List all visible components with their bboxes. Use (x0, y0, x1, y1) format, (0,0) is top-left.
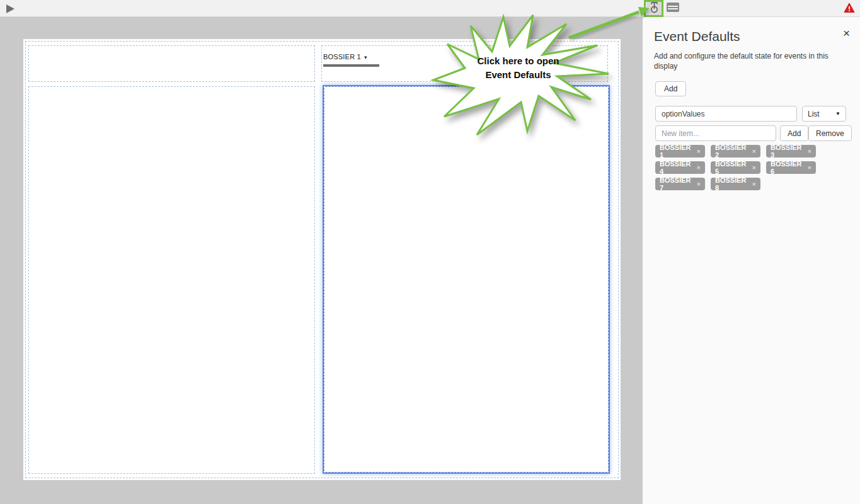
warning-icon[interactable] (844, 3, 855, 13)
tag-label: BOSSIER 6 (771, 160, 808, 175)
display-options-icon (666, 2, 680, 15)
event-defaults-panel: × Event Defaults Add and configure the d… (643, 17, 860, 504)
tag-remove-icon[interactable]: × (808, 147, 811, 155)
display-options-button[interactable] (665, 2, 680, 15)
type-select-value: List (808, 110, 820, 118)
tag-label: BOSSIER 5 (715, 160, 752, 175)
layout-box-bottom-left[interactable] (28, 86, 315, 474)
event-defaults-button[interactable] (646, 2, 662, 15)
add-state-button[interactable]: Add (655, 81, 686, 96)
option-value-tag[interactable]: BOSSIER 3 × (766, 145, 816, 158)
close-icon[interactable]: × (843, 27, 850, 39)
remove-item-button[interactable]: Remove (808, 125, 852, 141)
tag-label: BOSSIER 2 (715, 144, 752, 159)
caret-down-icon: ▼ (835, 111, 840, 117)
tag-label: BOSSIER 3 (771, 144, 808, 159)
new-item-input[interactable] (655, 125, 776, 141)
option-value-tag[interactable]: BOSSIER 1 × (655, 145, 705, 158)
layout-box-top-left[interactable] (28, 45, 315, 82)
add-item-button[interactable]: Add (780, 125, 808, 141)
event-defaults-icon (650, 1, 659, 16)
tag-remove-icon[interactable]: × (808, 164, 811, 171)
chevron-down-icon: ▾ (364, 54, 367, 60)
top-toolbar (0, 0, 860, 17)
option-value-tag[interactable]: BOSSIER 5 × (711, 161, 760, 174)
panel-title: Event Defaults (654, 29, 740, 44)
tag-remove-icon[interactable]: × (752, 180, 756, 188)
option-value-tag[interactable]: BOSSIER 7 × (655, 178, 705, 190)
option-value-tag[interactable]: BOSSIER 8 × (711, 178, 760, 190)
event-selector-value: BOSSIER 1 (323, 53, 361, 60)
tag-label: BOSSIER 1 (660, 144, 697, 159)
tag-label: BOSSIER 8 (715, 176, 752, 192)
tag-label: BOSSIER 7 (660, 176, 697, 192)
type-select[interactable]: List ▼ (802, 106, 846, 122)
play-icon[interactable] (6, 4, 14, 13)
option-value-tag[interactable]: BOSSIER 4 × (655, 161, 705, 174)
tag-remove-icon[interactable]: × (752, 164, 756, 171)
tag-label: BOSSIER 4 (660, 160, 697, 175)
option-value-tag[interactable]: BOSSIER 2 × (711, 145, 760, 158)
option-name-input[interactable] (655, 106, 797, 122)
tag-remove-icon[interactable]: × (752, 147, 756, 155)
display-canvas[interactable]: BOSSIER 1▾ (23, 39, 621, 480)
option-value-tag[interactable]: BOSSIER 6 × (766, 161, 816, 174)
option-values-list: BOSSIER 1 × BOSSIER 2 × BOSSIER 3 × BOSS… (655, 145, 844, 190)
tag-remove-icon[interactable]: × (697, 180, 701, 188)
event-selector-dropdown[interactable]: BOSSIER 1▾ (323, 53, 367, 60)
tag-remove-icon[interactable]: × (697, 147, 701, 155)
panel-description: Add and configure the default state for … (654, 51, 846, 71)
tag-remove-icon[interactable]: × (697, 164, 701, 171)
layout-box-top-right[interactable] (321, 45, 608, 82)
layout-box-bottom-right-selected[interactable] (323, 85, 610, 474)
event-selector-underline (323, 64, 379, 67)
